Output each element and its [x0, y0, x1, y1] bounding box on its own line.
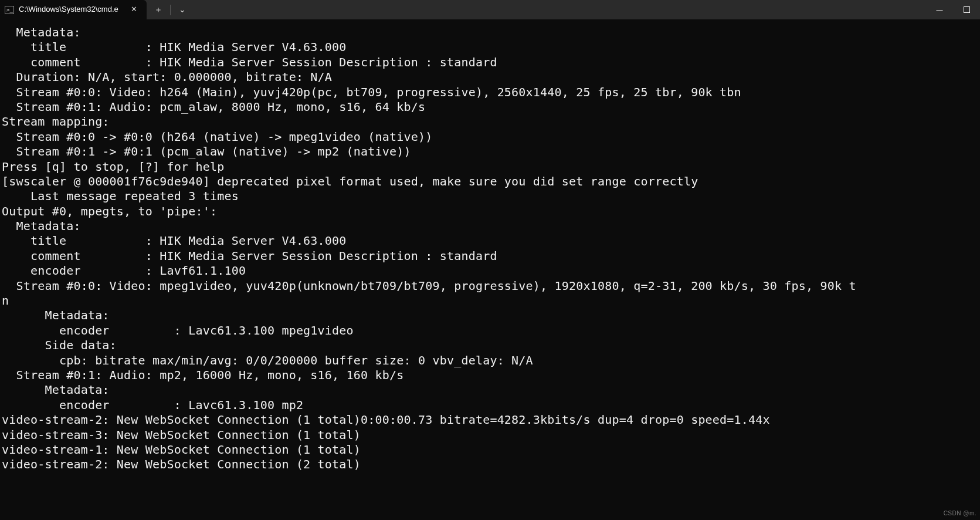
maximize-button[interactable]: [953, 1, 980, 19]
window-controls: — ✕: [926, 0, 980, 19]
close-tab-button[interactable]: ✕: [127, 3, 141, 17]
minimize-button[interactable]: —: [926, 1, 953, 19]
tabstrip-controls: ＋ ⌄: [147, 0, 191, 19]
watermark: CSDN @m.: [944, 510, 976, 518]
tab-title: C:\Windows\System32\cmd.e: [19, 5, 122, 15]
cmd-icon: >_: [5, 5, 14, 15]
titlebar: >_ C:\Windows\System32\cmd.e ✕ ＋ ⌄ — ✕: [0, 0, 980, 19]
new-tab-button[interactable]: ＋: [150, 2, 167, 18]
svg-text:>_: >_: [6, 7, 13, 13]
divider: [170, 5, 171, 15]
tab-active[interactable]: >_ C:\Windows\System32\cmd.e ✕: [0, 0, 147, 19]
svg-rect-2: [964, 7, 969, 13]
terminal-output[interactable]: Metadata: title : HIK Media Server V4.63…: [0, 19, 980, 472]
tab-dropdown-button[interactable]: ⌄: [174, 2, 191, 18]
